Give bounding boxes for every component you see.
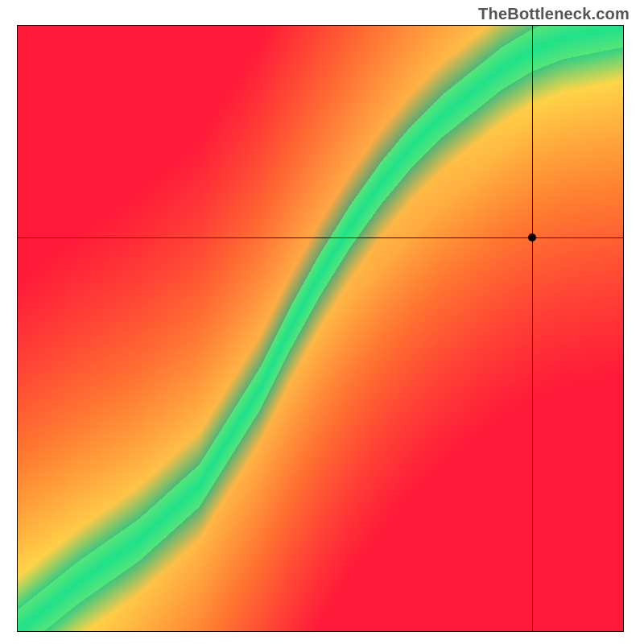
watermark-text: TheBottleneck.com: [478, 5, 630, 23]
bottleneck-heatmap-frame: [18, 26, 623, 631]
bottleneck-heatmap[interactable]: [18, 26, 623, 631]
